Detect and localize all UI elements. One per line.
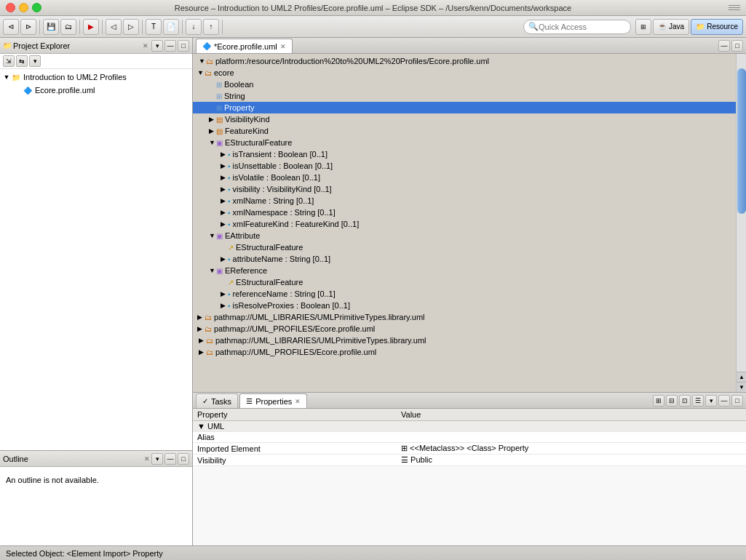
- editor-tree-item-8[interactable]: ▶▪ isUnsettable : Boolean [0..1]: [193, 160, 736, 172]
- outline-minimize-button[interactable]: —: [164, 453, 176, 465]
- editor-tree-item-10[interactable]: ▶▪ visibility : VisibilityKind [0..1]: [193, 183, 736, 195]
- chevron-down-icon: ▾: [156, 42, 159, 49]
- explorer-dropdown-button[interactable]: ▾: [29, 55, 41, 67]
- prop-row-1: Imported Element⊞ <<Metaclass>> <Class> …: [193, 443, 746, 455]
- item-arrow-9: ▶: [221, 174, 228, 181]
- props-btn-3[interactable]: ⊡: [679, 395, 691, 407]
- item-label-20: isResolveProxies : Boolean [0..1]: [233, 301, 350, 310]
- prev-edit-button[interactable]: ◁: [106, 19, 122, 35]
- next-annot-button[interactable]: ↓: [186, 19, 202, 35]
- editor-tree-item-18[interactable]: ↗ EStructuralFeature: [193, 276, 736, 288]
- editor-tree-item-2[interactable]: ⊞ String: [193, 90, 736, 102]
- item-arrow-22: ▶: [197, 325, 205, 332]
- editor-tree-item-7[interactable]: ▶▪ isTransient : Boolean [0..1]: [193, 148, 736, 160]
- editor-tree-item-11[interactable]: ▶▪ xmlName : String [0..1]: [193, 195, 736, 207]
- resource-label: Resource: [707, 23, 738, 31]
- editor-tree-item-14[interactable]: ▼▣ EAttribute: [193, 230, 736, 241]
- save-button[interactable]: 💾: [43, 19, 59, 35]
- item-label-3: Property: [224, 103, 255, 112]
- editor-tree-item-17[interactable]: ▼▣ EReference: [193, 265, 736, 276]
- minimize-button[interactable]: [19, 3, 28, 12]
- outline-maximize-button[interactable]: □: [178, 453, 189, 465]
- item-icon-22: 🗂: [205, 325, 212, 333]
- editor-tree-item-15[interactable]: ↗ EStructuralFeature: [193, 241, 736, 253]
- editor-tree-item-22[interactable]: ▶🗂pathmap://UML_PROFILES/Ecore.profile.u…: [193, 323, 736, 335]
- item-icon-11: ▪: [228, 197, 231, 205]
- scrollbar-thumb[interactable]: [737, 68, 746, 214]
- back-button[interactable]: ⊲: [3, 19, 19, 35]
- item-label-5: FeatureKind: [225, 127, 269, 135]
- editor-tree-item-20[interactable]: ▶▪ isResolveProxies : Boolean [0..1]: [193, 300, 736, 311]
- item-arrow-0: ▼: [197, 69, 205, 76]
- open-type-button[interactable]: T: [146, 19, 162, 35]
- editor-minimize-button[interactable]: —: [718, 40, 730, 52]
- maximize-button[interactable]: [32, 3, 41, 12]
- props-btn-4[interactable]: ☰: [692, 395, 704, 407]
- editor-maximize-button[interactable]: □: [731, 40, 743, 52]
- explorer-maximize-button[interactable]: □: [178, 40, 189, 52]
- properties-tab[interactable]: ☰ Properties ✕: [239, 393, 307, 408]
- editor-tree-item-19[interactable]: ▶▪ referenceName : String [0..1]: [193, 288, 736, 300]
- properties-tab-close[interactable]: ✕: [295, 398, 301, 405]
- editor-tree-item-5[interactable]: ▶▤ FeatureKind: [193, 125, 736, 137]
- statusbar: Selected Object: <Element Import> Proper…: [0, 545, 746, 560]
- editor-tree-item-13[interactable]: ▶▪ xmlFeatureKind : FeatureKind [0..1]: [193, 218, 736, 230]
- scroll-down-button[interactable]: ▼: [737, 382, 746, 392]
- editor-tree-item-3[interactable]: ⊞ Property: [193, 102, 736, 113]
- editor-tree-item-9[interactable]: ▶▪ isVolatile : Boolean [0..1]: [193, 172, 736, 183]
- pathmap-item-1[interactable]: ▶ 🗂 pathmap://UML_LIBRARIES/UMLPrimitive…: [193, 335, 736, 346]
- scroll-up-button[interactable]: ▲: [737, 372, 746, 382]
- project-tree-root[interactable]: ▼ 📁 Introduction to UML2 Profiles: [0, 71, 192, 84]
- explorer-minimize-button[interactable]: —: [164, 40, 176, 52]
- editor-tree-item-21[interactable]: ▶🗂pathmap://UML_LIBRARIES/UMLPrimitiveTy…: [193, 311, 736, 323]
- prev-annot-button[interactable]: ↑: [203, 19, 219, 35]
- explorer-collapse-button[interactable]: ⇲: [3, 55, 15, 67]
- editor-tree-item-12[interactable]: ▶▪ xmlNamespace : String [0..1]: [193, 207, 736, 218]
- item-label-7: isTransient : Boolean [0..1]: [233, 150, 328, 159]
- project-tree-file[interactable]: 🔷 Ecore.profile.uml: [0, 84, 192, 97]
- uml-file-icon: 🔷: [22, 84, 33, 96]
- item-icon-14: ▣: [216, 232, 223, 240]
- props-btn-1[interactable]: ⊞: [653, 395, 664, 407]
- props-btn-2[interactable]: ⊟: [666, 395, 678, 407]
- perspective-switcher-button[interactable]: ⊞: [635, 19, 651, 35]
- props-maximize-button[interactable]: □: [731, 395, 743, 407]
- pathmap-arrow-1: ▶: [199, 337, 206, 344]
- item-icon-17: ▣: [216, 267, 223, 275]
- save-all-button[interactable]: 🗂: [60, 19, 76, 35]
- item-icon-15: ↗: [228, 244, 234, 252]
- editor-tree-item-4[interactable]: ▶▤ VisibilityKind: [193, 113, 736, 125]
- editor-tree-item-0[interactable]: ▼🗂 ecore: [193, 67, 736, 79]
- resource-perspective-button[interactable]: 📁 Resource: [691, 19, 743, 35]
- editor-tree-root-path[interactable]: ▼ 🗂 platform:/resource/Introduction%20to…: [193, 55, 736, 67]
- search-input[interactable]: [539, 23, 626, 31]
- editor-tree-item-6[interactable]: ▼▣ EStructuralFeature: [193, 137, 736, 148]
- tasks-tab[interactable]: ✓ Tasks: [196, 393, 238, 408]
- outline-empty-message: An outline is not available.: [0, 470, 192, 490]
- left-panel: 📁 Project Explorer ✕ ▾ — □ ⇲ ⇆ ▾: [0, 38, 193, 545]
- prop-table-body: ▼ UMLAliasImported Element⊞ <<Metaclass>…: [193, 421, 746, 466]
- prop-name-0: Alias: [193, 432, 397, 443]
- forward-button[interactable]: ⊳: [20, 19, 36, 35]
- props-minimize-button[interactable]: —: [718, 395, 730, 407]
- item-label-0: ecore: [214, 68, 234, 77]
- run-button[interactable]: ▶: [83, 19, 99, 35]
- explorer-menu-button[interactable]: ▾: [151, 40, 163, 52]
- outline-menu-button[interactable]: ▾: [151, 453, 163, 465]
- editor-tree-item-1[interactable]: ⊞ Boolean: [193, 79, 736, 90]
- props-btn-5[interactable]: ▾: [705, 395, 717, 407]
- explorer-link-button[interactable]: ⇆: [16, 55, 28, 67]
- editor-tree-item-16[interactable]: ▶▪ attributeName : String [0..1]: [193, 253, 736, 265]
- editor-tab-close-icon[interactable]: ✕: [280, 43, 286, 50]
- editor-scroll[interactable]: ▼ 🗂 platform:/resource/Introduction%20to…: [193, 54, 736, 392]
- next-edit-button[interactable]: ▷: [123, 19, 139, 35]
- outline-close-icon: ✕: [144, 455, 150, 463]
- java-label: Java: [669, 23, 684, 31]
- pathmap-item-2[interactable]: ▶ 🗂 pathmap://UML_PROFILES/Ecore.profile…: [193, 346, 736, 358]
- editor-vertical-scrollbar[interactable]: ▼ ▲: [736, 54, 746, 392]
- editor-tab-ecore[interactable]: 🔷 *Ecore.profile.uml ✕: [196, 39, 293, 53]
- main-toolbar: ⊲ ⊳ 💾 🗂 ▶ ◁ ▷ T 📄 ↓ ↑ 🔍 ⊞ ☕ Java 📁 Resou…: [0, 16, 746, 38]
- java-perspective-button[interactable]: ☕ Java: [653, 19, 689, 35]
- close-button[interactable]: [6, 3, 15, 12]
- open-resource-button[interactable]: 📄: [163, 19, 179, 35]
